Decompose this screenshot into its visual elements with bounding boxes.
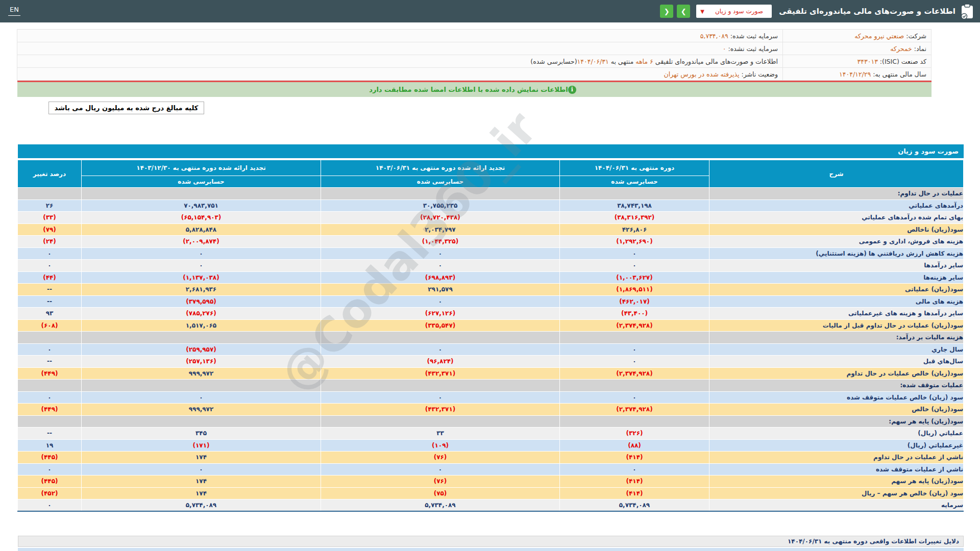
cell-value: ۰ [18,343,82,356]
cell-value: (۴۴) [18,271,82,284]
company-info-cell: اطلاعات و صورت‌های مالی میاندوره‌ای تلفی… [17,55,783,68]
info-label: منتهی به [609,58,636,65]
cell-value: -- [18,284,82,296]
cell-value [321,380,560,392]
previous-report-button[interactable]: ❮ [660,5,673,18]
cell-value: ۰ [82,391,321,404]
cell-value: ۰ [560,391,709,404]
cell-value: (۲۴) [18,236,82,248]
cell-value [321,332,560,344]
cell-value [18,380,82,392]
cell-value: ۰ [560,343,709,356]
next-report-button[interactable]: ❯ [677,5,690,18]
row-label: سود(زیان) عملیاتی [709,284,964,296]
cell-value: ۹۹۹,۹۷۲ [82,367,321,380]
cell-value: ۱۷۴ [82,452,321,464]
company-info-cell: وضعیت ناشر: پذيرفته شده در بورس تهران [17,68,783,81]
company-info-body: شرکت: صنعتي نيرو محركهسرمایه ثبت شده: ۵,… [17,30,932,81]
language-switch-en[interactable]: EN [8,6,20,16]
cell-value: (۴۴۹) [18,367,82,380]
section-row: عملیات در حال تداوم: [18,188,964,200]
cell-value: ۰ [321,391,560,404]
cell-value: (۲۵۷,۱۳۶) [82,356,321,368]
cell-value: ۰ [321,295,560,308]
cell-value: ۹۹۹,۹۷۲ [82,404,321,416]
info-label: کد صنعت (ISIC): [878,58,926,65]
cell-value: (۳۷۹,۵۹۵) [82,295,321,308]
cell-value: (۱,۸۶۹,۵۱۱) [560,284,709,296]
cell-value: (۶۹۸,۸۹۳) [321,271,560,284]
cell-value [82,188,321,200]
cell-value [321,188,560,200]
chevron-left-icon: ❮ [664,8,670,15]
row-label: سرمایه [709,499,964,512]
cell-value: ۱۹ [18,439,82,452]
cell-value: (۳۳) [18,212,82,224]
cell-value: (۶۰۸) [18,319,82,332]
column-header-current-period: دوره منتهی به ۱۴۰۴/۰۶/۳۱ [560,160,709,176]
table-header: شرح دوره منتهی به ۱۴۰۴/۰۶/۳۱ تجدید ارائه… [18,160,964,188]
cell-value: (۴۱۴) [560,487,709,499]
info-value: ۰ [723,45,726,53]
table-row: سود(زیان) عملیات در حال تداوم قبل از مال… [18,319,964,332]
cell-value: ۰ [18,391,82,404]
company-info-row: سال مالی منتهی به: ۱۴۰۴/۱۲/۲۹وضعیت ناشر:… [17,68,932,81]
cell-value: ۰ [560,356,709,368]
cell-value [82,380,321,392]
cell-value: (۱,۱۳۷,۰۳۸) [82,271,321,284]
cell-value: (۷۶) [321,475,560,488]
page-title: اطلاعات و صورت‌های مالی میاندوره‌ای تلفی… [779,7,955,16]
table-row: درآمدهای عملیاتي۳۸,۷۴۳,۱۹۸۳۰,۷۵۵,۲۳۵۷۰,۹… [18,199,964,212]
row-label: هزینه کاهش ارزش دریافتني ها (هزینه استثن… [709,247,964,260]
cell-value [321,415,560,428]
report-type-value: صورت سود و زیان [706,8,772,15]
table-row: سرمایه۵,۷۳۴,۰۸۹۵,۷۳۴,۰۸۹۵,۷۳۴,۰۸۹۰ [18,499,964,512]
cell-value [560,332,709,344]
info-label: اطلاعات و صورت‌های مالی میاندوره‌ای تلفی… [653,58,778,65]
report-type-dropdown[interactable]: صورت سود و زیان ▼ [696,5,772,18]
row-label: درآمدهای عملیاتي [709,199,964,212]
section-row: هزینه مالیات بر درآمد: [18,332,964,344]
chevron-right-icon: ❯ [681,8,687,15]
cell-value: (۷۹) [18,223,82,236]
row-label: سال‌هاي قبل [709,356,964,368]
cell-value: ۵,۷۳۴,۰۸۹ [82,499,321,512]
table-row: هزینه های مالی(۴۶۲,۰۱۷)۰(۳۷۹,۵۹۵)-- [18,295,964,308]
table-row: سود(زیان) عملیاتی(۱,۸۶۹,۵۱۱)۲۹۱,۵۷۹۲,۶۸۱… [18,284,964,296]
company-info-cell: سال مالی منتهی به: ۱۴۰۴/۱۲/۲۹ [783,68,932,81]
cell-value: (۴۱۴) [560,452,709,464]
subheader-audited-1: حسابرسی شده [560,176,709,188]
cell-value: (۹۶,۸۲۴) [321,356,560,368]
info-label: نماد: [912,45,926,53]
cell-value: ۵,۷۳۴,۰۸۹ [560,499,709,512]
table-row: سایر هزینه‌ها(۱,۰۰۳,۶۲۷)(۶۹۸,۸۹۳)(۱,۱۳۷,… [18,271,964,284]
cell-value: ۰ [18,463,82,475]
cell-value: ۲۹۱,۵۷۹ [321,284,560,296]
cell-value: ۰ [321,343,560,356]
top-bar: EN اطلاعات و صورت‌های مالی میاندوره‌ای ت… [0,0,980,22]
footer-row-partial [18,548,964,551]
info-label: سرمایه ثبت شده: [728,32,778,40]
row-label: ناشي از عملیات در حال تداوم [709,452,964,464]
cell-value: ۰ [18,499,82,512]
row-label: سایر درآمدها و هزینه های غیرعملیاتی [709,308,964,320]
table-row: سود(زیان) خالص(۲,۳۷۴,۹۲۸)(۴۳۲,۳۷۱)۹۹۹,۹۷… [18,404,964,416]
cell-value: (۴۴۵) [18,452,82,464]
cell-value: (۲,۳۷۴,۹۲۸) [560,404,709,416]
info-icon: i [568,86,576,94]
cell-value: -- [18,356,82,368]
company-info-row: کد صنعت (ISIC): ۳۴۳۰۱۳اطلاعات و صورت‌های… [17,55,932,68]
cell-value: ۰ [321,260,560,272]
table-row: سود (زیان) خالص عملیات متوقف شده۰۰۰۰ [18,391,964,404]
cell-value: (۳۲۶) [560,428,709,440]
cell-value: ۰ [18,247,82,260]
signature-notice-bar: i اطلاعات نمایش داده شده با اطلاعات امضا… [17,82,932,97]
cell-value: (۲,۰۰۹,۸۷۴) [82,236,321,248]
row-label: عملیات در حال تداوم: [709,188,964,200]
row-label: سال جاري [709,343,964,356]
cell-value [560,188,709,200]
row-label: هزینه های فروش، اداری و عمومی [709,236,964,248]
cell-value: ۱۷۴ [82,475,321,488]
cell-value: (۴۴۹) [18,404,82,416]
cell-value: ۹۳ [18,308,82,320]
